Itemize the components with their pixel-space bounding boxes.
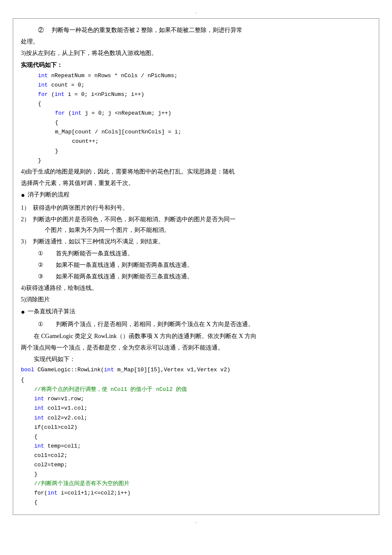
code-block-1: int nRepeatNum = nRows * nCols / nPicNum… <box>21 71 371 165</box>
algo-desc-cont2: 两个顶点间每一个顶点，是否都是空，全为空表示可以连通，否则不能连通。 <box>21 342 371 353</box>
bullet-algo-label: 一条直线消子算法 <box>28 306 75 317</box>
code2-line-1: { <box>21 376 371 385</box>
bullet-algo: ● 一条直线消子算法 <box>21 306 371 318</box>
func-sig-line: bool CGameLogic::RowLink(int m_Map[10][1… <box>21 365 371 375</box>
impl-label: 实现代码如下： <box>21 60 371 70</box>
flow-sub-3: ③ 如果不能两条直线连通，则判断能否三条直线连通。 <box>21 271 371 282</box>
code2-line-2: int row=v1.row; <box>21 394 371 404</box>
code-line-6: { <box>21 118 371 127</box>
code2-line-8: col1=col2; <box>21 451 371 460</box>
bullet-flow: ● 消子判断的流程 <box>21 189 371 202</box>
code2-line-comment2: //判断两个顶点间是否有不为空的图片 <box>21 479 371 489</box>
code-line-4: { <box>21 99 371 109</box>
code2-line-12: { <box>21 498 371 507</box>
dot-top: . <box>13 9 379 15</box>
code2-line-7: int temp=col1; <box>21 442 371 451</box>
code2-line-4: int col2=v2.col; <box>21 413 371 423</box>
code2-line-3: int col1=v1.col; <box>21 404 371 413</box>
code2-line-11: for(int i=col1+1;i<=col2;i++) <box>21 489 371 498</box>
algo-desc-cont1: 在 CGameLogic 类定义 RowLink（）函数事项 X 方向的连通判断… <box>21 331 371 341</box>
bullet-icon-1: ● <box>21 189 25 202</box>
code2-line-10: } <box>21 470 371 479</box>
step4-text-cont: 选择两个元素，将其值对调，重复若干次。 <box>21 178 371 188</box>
code2-line-5: if(col1>col2) <box>21 423 371 432</box>
bullet-flow-label: 消子判断的流程 <box>28 189 69 200</box>
main-content-box: ② 判断每一种花色的重复数能否被 2 整除，如果不能被二整除，则进行异常 处理。… <box>13 18 379 515</box>
code-line-3: for (int i = 0; i<nPicNums; i++) <box>21 90 371 99</box>
algo-desc-1: ① 判断两个顶点，行是否相同，若相同，则判断两个顶点在 X 方向是否连通。 <box>21 319 371 330</box>
code-line-5: for (int j = 0; j <nRepeatNum; j++) <box>21 109 371 118</box>
flow-step-5: 5)消除图片 <box>21 294 371 305</box>
impl-label-2: 实现代码如下： <box>21 354 371 364</box>
flow-step-4: 4)获得连通路径，绘制连线。 <box>21 283 371 293</box>
code-line-7: m_Map[count / nCols][count%nCols] = i; <box>21 127 371 137</box>
code2-line-6: { <box>21 432 371 442</box>
code2-line-comment1: //将两个点的列进行调整，使 nCol1 的值小于 nCol2 的值 <box>21 385 371 394</box>
flow-step-3: 3） 判断连通性，如以下三种情况均不满足，则结束。 <box>21 236 371 247</box>
page-container: . ② 判断每一种花色的重复数能否被 2 整除，如果不能被二整除，则进行异常 处… <box>13 9 379 525</box>
code-line-9: } <box>21 147 371 156</box>
step4-text: 4)由于生成的地图是规则的，因此，需要将地图中的花色打乱。实现思路是：随机 <box>21 166 371 177</box>
step3-text: 3)按从左到右，从上到下，将花色数填入游戏地图。 <box>21 48 371 58</box>
code2-line-9: col2=temp; <box>21 460 371 470</box>
code-line-1: int nRepeatNum = nRows * nCols / nPicNum… <box>21 71 371 81</box>
code-line-10: } <box>21 156 371 165</box>
bullet-icon-2: ● <box>21 306 25 318</box>
code-line-2: int count = 0; <box>21 81 371 90</box>
code-block-2: { //将两个点的列进行调整，使 nCol1 的值小于 nCol2 的值 int… <box>21 376 371 507</box>
flow-sub-1: ① 首先判断能否一条直线连通。 <box>21 248 371 259</box>
dot-bottom: . <box>13 518 379 525</box>
flow-step-1: 1） 获得选中的两张图片的行号和列号。 <box>21 202 371 213</box>
flow-step-2: 2） 判断选中的图片是否同色，不同色，则不能相消。判断选中的图片是否为同一个图片… <box>21 214 371 235</box>
flow-sub-2: ② 如果不能一条直线连通，则判断能否两条直线连通。 <box>21 260 371 270</box>
code-line-8: count++; <box>21 137 371 146</box>
section2-intro-cont: 处理。 <box>21 36 371 47</box>
section2-intro: ② 判断每一种花色的重复数能否被 2 整除，如果不能被二整除，则进行异常 <box>21 25 371 35</box>
